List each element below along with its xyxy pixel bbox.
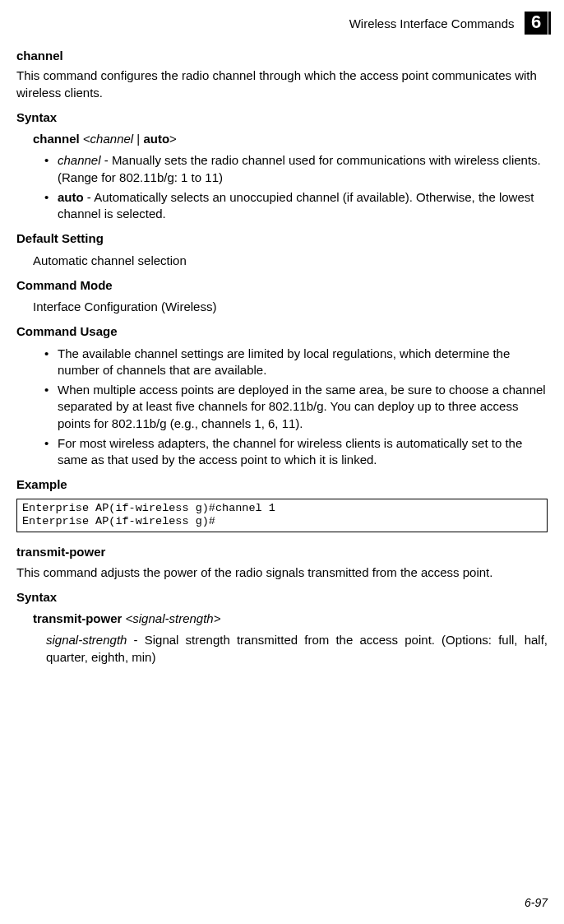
param-list: channel - Manually sets the radio channe… bbox=[44, 152, 548, 222]
command-title-transmit-power: transmit-power bbox=[16, 544, 548, 560]
syntax-pipe: | bbox=[133, 132, 143, 146]
command-title-channel: channel bbox=[16, 48, 548, 64]
default-value: Automatic channel selection bbox=[33, 253, 548, 269]
syntax-arg: <signal-strength> bbox=[126, 611, 221, 625]
param-name: signal-strength bbox=[46, 633, 127, 647]
param-name: auto bbox=[58, 190, 84, 204]
syntax-heading: Syntax bbox=[16, 109, 548, 126]
usage-heading: Command Usage bbox=[16, 323, 548, 340]
param-desc: - Automatically selects an unoccupied ch… bbox=[58, 190, 534, 221]
usage-list: The available channel settings are limit… bbox=[44, 346, 548, 469]
param-name: channel bbox=[58, 153, 101, 167]
command-desc: This command configures the radio channe… bbox=[16, 67, 548, 101]
list-item: The available channel settings are limit… bbox=[44, 346, 548, 379]
header-title: Wireless Interface Commands bbox=[349, 16, 515, 30]
list-item: channel - Manually sets the radio channe… bbox=[44, 152, 548, 186]
param-block: signal-strength - Signal strength transm… bbox=[46, 632, 548, 666]
page-number: 6-97 bbox=[525, 896, 548, 909]
syntax-auto: auto bbox=[143, 132, 169, 146]
syntax-keyword: transmit-power bbox=[33, 611, 122, 625]
syntax-close: > bbox=[169, 132, 177, 146]
param-desc: - Manually sets the radio channel used f… bbox=[58, 153, 541, 183]
syntax-line: channel <channel | auto> bbox=[33, 131, 548, 147]
mode-heading: Command Mode bbox=[16, 277, 548, 294]
page-header: Wireless Interface Commands 6 bbox=[0, 0, 564, 39]
chapter-badge: 6 bbox=[525, 12, 548, 35]
list-item: For most wireless adapters, the channel … bbox=[44, 435, 548, 469]
default-heading: Default Setting bbox=[16, 230, 548, 247]
example-heading: Example bbox=[16, 476, 548, 493]
page-content: channel This command configures the radi… bbox=[0, 48, 564, 666]
list-item: When multiple access points are deployed… bbox=[44, 382, 548, 432]
code-block: Enterprise AP(if-wireless g)#channel 1 E… bbox=[16, 499, 548, 533]
list-item: auto - Automatically selects an unoccupi… bbox=[44, 189, 548, 223]
mode-value: Interface Configuration (Wireless) bbox=[33, 299, 548, 315]
syntax-arg: <channel bbox=[83, 132, 133, 146]
syntax-keyword: channel bbox=[33, 132, 80, 146]
syntax-line: transmit-power <signal-strength> bbox=[33, 611, 548, 627]
syntax-heading: Syntax bbox=[16, 589, 548, 606]
command-desc: This command adjusts the power of the ra… bbox=[16, 564, 548, 581]
